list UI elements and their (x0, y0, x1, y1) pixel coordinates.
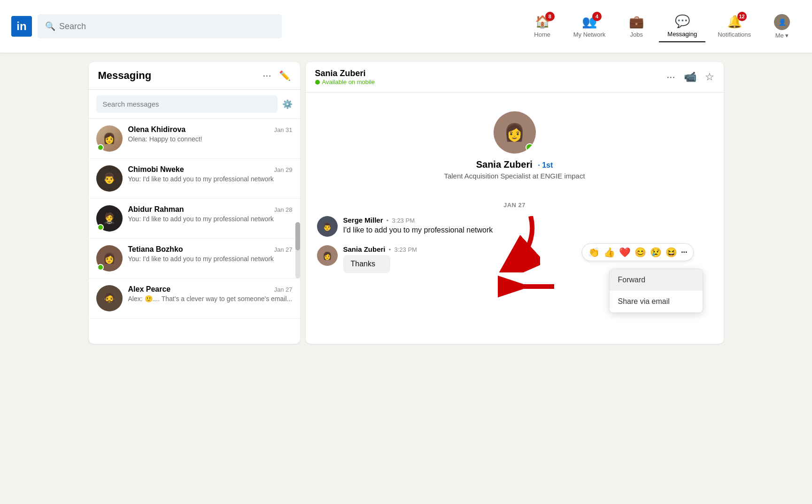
nav-item-me[interactable]: 👤 Me ▾ (763, 10, 801, 43)
video-call-icon[interactable]: 📹 (684, 71, 696, 83)
message-row-sania: 👩 Sania Zuberi • 3:23 PM Thanks 👏 👍 ❤ (317, 245, 712, 273)
conv-preview-olena: Olena: Happy to connect! (128, 135, 293, 143)
conv-top-chimobi: Chimobi Nweke Jan 29 (128, 165, 293, 174)
conv-info-chimobi: Chimobi Nweke Jan 29 You: I'd like to ad… (128, 165, 293, 183)
avatar-wrap-abidur: 🤵 (96, 205, 123, 232)
conv-date-chimobi: Jan 29 (274, 166, 292, 173)
chat-header-info: Sania Zuberi Available on mobile (315, 69, 375, 85)
nav-label-notifications: Notifications (718, 31, 751, 38)
conv-name-tetiana: Tetiana Bozhko (128, 245, 183, 254)
avatar-sania: 👩 (317, 245, 338, 266)
msg-content-serge: Serge Miller • 3:23 PM I'd like to add y… (343, 216, 493, 234)
message-row-serge: 👨 Serge Miller • 3:23 PM I'd like to add… (317, 216, 712, 237)
profile-card: 👩 Sania Zuberi · 1st Talent Acquisition … (317, 102, 712, 194)
conv-info-alex: Alex Pearce Jan 27 Alex: 🙂.... That's a … (128, 285, 293, 302)
nav-item-my-network[interactable]: 👥 4 My Network (565, 11, 614, 42)
conv-top-alex: Alex Pearce Jan 27 (128, 285, 293, 294)
conv-date-tetiana: Jan 27 (274, 246, 292, 253)
nav-label-home: Home (534, 31, 550, 38)
profile-degree: · 1st (538, 161, 553, 169)
conversation-item-abidur[interactable]: 🤵 Abidur Rahman Jan 28 You: I'd like to … (89, 199, 300, 239)
nav-item-notifications[interactable]: 🔔 12 Notifications (709, 11, 759, 42)
star-icon[interactable]: ☆ (705, 71, 714, 83)
chat-header-actions: ··· 📹 ☆ (666, 71, 714, 83)
conversation-list: 👩 Olena Khidirova Jan 31 Olena: Happy to… (89, 119, 300, 318)
sidebar-title: Messaging (98, 70, 152, 82)
react-smile[interactable]: 😊 (634, 247, 646, 258)
conversation-item-olena[interactable]: 👩 Olena Khidirova Jan 31 Olena: Happy to… (89, 119, 300, 159)
msg-bubble-sania: Thanks (343, 255, 390, 273)
search-icon: 🔍 (45, 21, 55, 31)
react-laugh[interactable]: 😆 (665, 247, 677, 258)
status-dot (315, 80, 320, 85)
conv-top-tetiana: Tetiana Bozhko Jan 27 (128, 245, 293, 254)
msg-time-serge: 3:23 PM (392, 217, 415, 224)
profile-avatar: 👩 (494, 111, 536, 154)
jobs-icon: 💼 (629, 15, 644, 29)
msg-time-sania: 3:23 PM (394, 246, 417, 253)
conv-top-abidur: Abidur Rahman Jan 28 (128, 205, 293, 214)
online-indicator-olena (97, 144, 104, 151)
chat-panel: Sania Zuberi Available on mobile ··· 📹 ☆… (306, 62, 724, 344)
avatar-wrap-tetiana: 👩 (96, 245, 123, 271)
sidebar-search-bar: ⚙️ (89, 90, 300, 119)
search-bar[interactable]: 🔍 (38, 14, 282, 39)
messaging-icon: 💬 (675, 14, 690, 29)
msg-sender-serge: Serge Miller (343, 216, 383, 224)
nav-item-messaging[interactable]: 💬 Messaging (659, 10, 705, 42)
react-sad[interactable]: 😢 (650, 247, 662, 258)
sidebar-actions: ··· ✏️ (263, 70, 290, 82)
avatar: 👤 (774, 14, 790, 30)
conversation-item-tetiana[interactable]: 👩 Tetiana Bozhko Jan 27 You: I'd like to… (89, 239, 300, 279)
conv-date-alex: Jan 27 (274, 286, 292, 293)
conversation-item-alex[interactable]: 🧔 Alex Pearce Jan 27 Alex: 🙂.... That's … (89, 279, 300, 318)
chat-body: 👩 Sania Zuberi · 1st Talent Acquisition … (306, 93, 724, 344)
more-options-icon[interactable]: ··· (263, 70, 271, 82)
compose-icon[interactable]: ✏️ (279, 70, 291, 81)
profile-online-dot (526, 143, 534, 152)
search-input[interactable] (59, 22, 274, 31)
chat-contact-name: Sania Zuberi (315, 69, 375, 78)
dropdown-item-share-email[interactable]: Share via email (610, 291, 703, 312)
scrollbar-thumb[interactable] (295, 222, 300, 250)
status-text: Available on mobile (322, 78, 375, 85)
messaging-sidebar: Messaging ··· ✏️ ⚙️ 👩 (89, 62, 300, 344)
conv-preview-chimobi: You: I'd like to add you to my professio… (128, 175, 293, 183)
home-badge: 8 (545, 12, 555, 21)
message-dropdown: Forward Share via email (609, 269, 703, 313)
chat-header: Sania Zuberi Available on mobile ··· 📹 ☆ (306, 62, 724, 93)
notifications-icon: 🔔 12 (727, 15, 742, 29)
react-clap[interactable]: 👏 (588, 247, 600, 258)
more-options-chat-icon[interactable]: ··· (666, 71, 675, 83)
navbar-nav: 🏠 8 Home 👥 4 My Network 💼 Jobs 💬 Messagi… (524, 10, 801, 43)
my-network-icon: 👥 4 (582, 15, 597, 29)
nav-label-me: Me ▾ (775, 32, 789, 39)
scrollbar-track[interactable] (295, 222, 300, 279)
conv-name-olena: Olena Khidirova (128, 125, 186, 134)
message-search-input[interactable] (96, 95, 278, 113)
conv-name-chimobi: Chimobi Nweke (128, 165, 184, 174)
conv-info-abidur: Abidur Rahman Jan 28 You: I'd like to ad… (128, 205, 293, 223)
conversation-item-chimobi[interactable]: 👨 Chimobi Nweke Jan 29 You: I'd like to … (89, 159, 300, 199)
online-indicator-tetiana (97, 264, 104, 271)
avatar-wrap-alex: 🧔 (96, 285, 123, 311)
conv-info-tetiana: Tetiana Bozhko Jan 27 You: I'd like to a… (128, 245, 293, 263)
conv-preview-tetiana: You: I'd like to add you to my professio… (128, 255, 293, 263)
avatar-wrap-olena: 👩 (96, 125, 123, 152)
conv-preview-alex: Alex: 🙂.... That's a clever way to get s… (128, 295, 293, 302)
conv-top-olena: Olena Khidirova Jan 31 (128, 125, 293, 134)
filter-icon[interactable]: ⚙️ (282, 99, 293, 109)
react-heart[interactable]: ❤️ (619, 247, 631, 258)
notifications-badge: 12 (737, 12, 747, 21)
avatar-alex: 🧔 (96, 285, 123, 311)
dropdown-item-forward[interactable]: Forward (610, 269, 703, 291)
nav-item-jobs[interactable]: 💼 Jobs (618, 11, 655, 42)
linkedin-logo[interactable]: in (11, 16, 32, 37)
react-more[interactable]: ··· (681, 248, 687, 256)
avatar-chimobi: 👨 (96, 165, 123, 192)
react-thumbs-up[interactable]: 👍 (603, 247, 615, 258)
nav-item-home[interactable]: 🏠 8 Home (524, 11, 561, 42)
date-divider: JAN 27 (317, 202, 712, 209)
msg-meta-serge: Serge Miller • 3:23 PM (343, 216, 493, 224)
avatar-serge: 👨 (317, 216, 338, 237)
